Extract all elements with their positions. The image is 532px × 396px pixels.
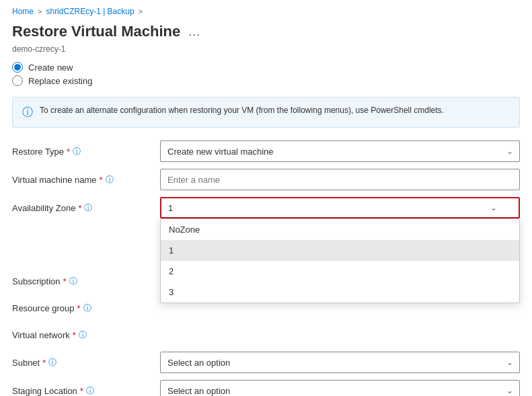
- subnet-info-icon: ⓘ: [48, 357, 56, 368]
- staging-location-control: Select an option ⌄: [160, 380, 520, 396]
- subnet-control: Select an option ⌄: [160, 352, 520, 373]
- required-star: *: [67, 147, 70, 157]
- az-option-3[interactable]: 3: [161, 282, 519, 303]
- az-dropdown: 1 ⌄ NoZone 1 2 3: [160, 197, 520, 219]
- az-select-button[interactable]: 1 ⌄: [160, 197, 520, 219]
- info-icon: ⓘ: [22, 104, 33, 120]
- subnet-dropdown[interactable]: Select an option: [160, 352, 520, 373]
- subscription-label: Subscription * ⓘ: [12, 276, 160, 287]
- page-title: Restore Virtual Machine: [12, 23, 180, 40]
- vm-name-input[interactable]: [160, 169, 520, 190]
- required-star: *: [77, 303, 81, 313]
- subscription-info-icon: ⓘ: [69, 276, 77, 287]
- info-banner: ⓘ To create an alternate configuration w…: [12, 97, 520, 128]
- az-option-2[interactable]: 2: [161, 261, 519, 282]
- az-chevron-icon: ⌄: [490, 203, 497, 212]
- restore-option-group: Create new Replace existing: [0, 59, 532, 91]
- form-section: Restore Type * ⓘ Create new virtual mach…: [0, 137, 532, 396]
- availability-zone-row: Availability Zone * ⓘ 1 ⌄ NoZone 1 2 3: [12, 194, 520, 222]
- az-option-nozone[interactable]: NoZone: [161, 219, 519, 240]
- radio-create-new-input[interactable]: [12, 62, 23, 73]
- subnet-label: Subnet * ⓘ: [12, 357, 160, 368]
- virtual-network-row: Virtual network * ⓘ: [12, 321, 520, 348]
- subnet-row: Subnet * ⓘ Select an option ⌄: [12, 348, 520, 377]
- az-dropdown-menu: NoZone 1 2 3: [160, 219, 520, 303]
- form-rows: Restore Type * ⓘ Create new virtual mach…: [12, 137, 520, 396]
- subnet-dropdown-wrapper: Select an option ⌄: [160, 352, 520, 373]
- breadcrumb-sep2: >: [139, 7, 143, 15]
- required-star: *: [73, 330, 76, 340]
- page-subtitle: demo-czrecy-1: [0, 44, 532, 59]
- breadcrumb: Home > shridCZREcy-1 | Backup >: [0, 0, 532, 20]
- radio-replace-existing[interactable]: Replace existing: [12, 75, 520, 86]
- radio-create-new[interactable]: Create new: [12, 62, 520, 73]
- restore-type-dropdown-wrapper: Create new virtual machine ⌄: [160, 141, 520, 162]
- vm-name-control: [160, 169, 520, 190]
- info-banner-text: To create an alternate configuration whe…: [40, 104, 444, 116]
- restore-type-info-icon: ⓘ: [73, 146, 81, 157]
- availability-zone-control: 1 ⌄ NoZone 1 2 3: [160, 197, 520, 219]
- staging-location-row: Staging Location * ⓘ Select an option ⌄: [12, 377, 520, 396]
- required-star: *: [78, 203, 81, 213]
- vm-name-label: Virtual machine name * ⓘ: [12, 174, 160, 186]
- staging-info-icon: ⓘ: [86, 385, 94, 397]
- staging-location-dropdown[interactable]: Select an option: [160, 380, 520, 396]
- page-header: Restore Virtual Machine ...: [0, 20, 532, 44]
- restore-type-row: Restore Type * ⓘ Create new virtual mach…: [12, 137, 520, 165]
- ellipsis-button[interactable]: ...: [186, 24, 203, 40]
- required-star: *: [42, 358, 46, 368]
- radio-replace-existing-input[interactable]: [12, 75, 23, 86]
- resource-group-label: Resource group * ⓘ: [12, 303, 160, 314]
- restore-type-control: Create new virtual machine ⌄: [160, 141, 520, 162]
- vm-name-info-icon: ⓘ: [106, 174, 114, 186]
- required-star: *: [100, 175, 103, 185]
- breadcrumb-home[interactable]: Home: [12, 7, 34, 16]
- az-option-1[interactable]: 1: [161, 240, 519, 261]
- required-star: *: [80, 386, 83, 396]
- breadcrumb-backup[interactable]: shridCZREcy-1 | Backup: [46, 7, 134, 16]
- availability-zone-label: Availability Zone * ⓘ: [12, 202, 160, 214]
- virtual-network-label: Virtual network * ⓘ: [12, 329, 160, 341]
- restore-type-dropdown[interactable]: Create new virtual machine: [160, 141, 520, 162]
- radio-replace-existing-label: Replace existing: [28, 76, 92, 86]
- rg-info-icon: ⓘ: [83, 303, 91, 314]
- staging-location-label: Staging Location * ⓘ: [12, 385, 160, 397]
- breadcrumb-sep1: >: [38, 7, 42, 15]
- restore-type-label: Restore Type * ⓘ: [12, 146, 160, 157]
- az-selected-value: 1: [168, 203, 173, 213]
- az-info-icon: ⓘ: [84, 202, 92, 214]
- required-star: *: [63, 276, 67, 286]
- vm-name-row: Virtual machine name * ⓘ: [12, 165, 520, 194]
- vnet-info-icon: ⓘ: [79, 329, 87, 341]
- radio-create-new-label: Create new: [28, 63, 73, 73]
- staging-dropdown-wrapper: Select an option ⌄: [160, 380, 520, 396]
